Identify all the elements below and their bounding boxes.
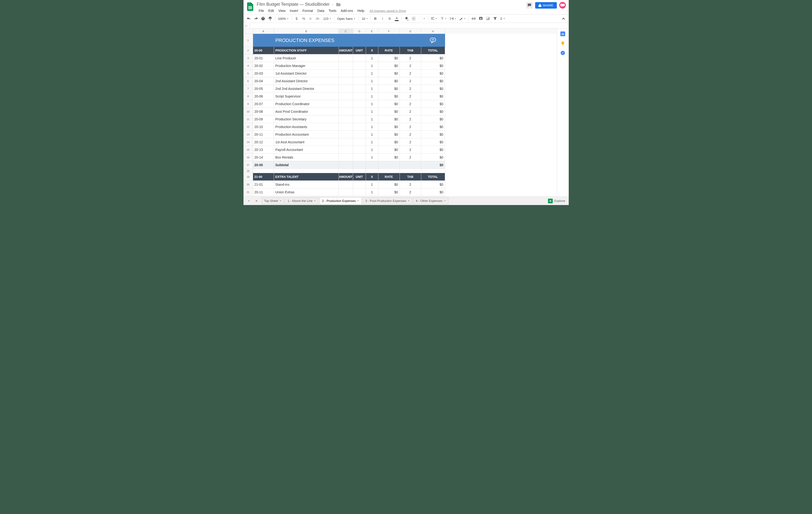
- cell[interactable]: 1: [366, 181, 378, 188]
- cell[interactable]: $0: [421, 188, 445, 196]
- doc-title[interactable]: FIlm Budget Template — StudioBinder: [257, 2, 330, 7]
- cell[interactable]: 2: [400, 108, 421, 115]
- redo-button[interactable]: [253, 15, 259, 22]
- cell[interactable]: [353, 108, 366, 115]
- cell[interactable]: Asst Prod Coordinator: [274, 108, 339, 115]
- cell[interactable]: UNIT: [353, 173, 366, 181]
- cell[interactable]: $0: [378, 138, 400, 146]
- cell[interactable]: [353, 138, 366, 146]
- menu-format[interactable]: Format: [300, 8, 315, 13]
- insert-chart-button[interactable]: [485, 15, 491, 22]
- cell[interactable]: [378, 169, 400, 173]
- row-header[interactable]: 9: [243, 100, 253, 108]
- cell[interactable]: $0: [378, 85, 400, 92]
- cell[interactable]: $0: [421, 123, 445, 131]
- cell[interactable]: [353, 181, 366, 188]
- cell[interactable]: 1st Assistant Director: [274, 70, 339, 77]
- cell[interactable]: $0: [378, 123, 400, 131]
- cell[interactable]: 1: [366, 146, 378, 154]
- sheet-tab[interactable]: Top Sheet▼: [262, 197, 284, 204]
- cell[interactable]: 1: [366, 115, 378, 123]
- cell[interactable]: 2: [400, 54, 421, 62]
- cell[interactable]: [378, 34, 400, 47]
- cell[interactable]: [366, 161, 378, 169]
- cell[interactable]: [378, 161, 400, 169]
- cell[interactable]: Subtotal: [274, 161, 339, 169]
- cell[interactable]: 1: [366, 62, 378, 70]
- cell[interactable]: [339, 181, 353, 188]
- cell[interactable]: 2: [400, 85, 421, 92]
- cell[interactable]: [353, 70, 366, 77]
- undo-button[interactable]: [245, 15, 252, 22]
- menu-tools[interactable]: Tools: [327, 8, 338, 13]
- insert-link-button[interactable]: [470, 15, 477, 22]
- cell[interactable]: 1: [366, 108, 378, 115]
- cell[interactable]: [400, 161, 421, 169]
- expand-side-panel-icon[interactable]: ›: [564, 199, 565, 202]
- col-header-f[interactable]: F: [378, 29, 400, 34]
- cell[interactable]: RATE: [378, 173, 400, 181]
- cell[interactable]: 20-06: [253, 92, 274, 100]
- cell[interactable]: Line Producer: [274, 54, 339, 62]
- cell[interactable]: [353, 123, 366, 131]
- chevron-down-icon[interactable]: ▼: [408, 200, 410, 202]
- insert-comment-button[interactable]: [477, 15, 484, 22]
- currency-button[interactable]: $: [293, 15, 300, 22]
- cell[interactable]: 2: [400, 188, 421, 196]
- cell[interactable]: Production Accountant: [274, 131, 339, 138]
- cell[interactable]: 2: [400, 138, 421, 146]
- cell[interactable]: $0: [421, 54, 445, 62]
- row-header[interactable]: 11: [243, 115, 253, 123]
- cell[interactable]: $0: [421, 108, 445, 115]
- row-header[interactable]: 20: [243, 181, 253, 188]
- cell[interactable]: Script Supervisor: [274, 92, 339, 100]
- cell[interactable]: 2: [400, 123, 421, 131]
- cell[interactable]: 1: [366, 92, 378, 100]
- cell[interactable]: Stand-ins: [274, 181, 339, 188]
- more-formats-button[interactable]: 123▼: [322, 17, 333, 21]
- cell[interactable]: 20-03: [253, 70, 274, 77]
- cell[interactable]: Union Extras: [274, 188, 339, 196]
- row-header[interactable]: 19: [243, 173, 253, 181]
- cell[interactable]: [366, 34, 378, 47]
- cell[interactable]: PRODUCTION EXPENSES: [274, 34, 339, 47]
- cell[interactable]: $0: [421, 62, 445, 70]
- cell[interactable]: 1: [366, 70, 378, 77]
- cell[interactable]: 20-08: [253, 108, 274, 115]
- cell[interactable]: 1st Asst Accountant: [274, 138, 339, 146]
- cell[interactable]: [339, 115, 353, 123]
- fill-color-button[interactable]: [403, 15, 410, 22]
- cell[interactable]: 1: [366, 123, 378, 131]
- row-header[interactable]: 13: [243, 131, 253, 138]
- cell[interactable]: [339, 62, 353, 70]
- cell[interactable]: $0: [421, 70, 445, 77]
- sheet-tab[interactable]: 2 - Production Expenses▼: [320, 197, 362, 204]
- row-header[interactable]: 8: [243, 92, 253, 100]
- cell[interactable]: RATE: [378, 47, 400, 54]
- cell[interactable]: Production Assistants: [274, 123, 339, 131]
- text-color-button[interactable]: A: [394, 15, 400, 22]
- row-header[interactable]: 1: [243, 34, 253, 47]
- cell[interactable]: [353, 85, 366, 92]
- cell[interactable]: $0: [378, 181, 400, 188]
- chevron-down-icon[interactable]: ▼: [357, 200, 359, 202]
- col-header-h[interactable]: H: [421, 29, 445, 34]
- cell[interactable]: [339, 70, 353, 77]
- move-folder-icon[interactable]: [336, 3, 341, 6]
- cell[interactable]: $0: [378, 131, 400, 138]
- col-header-c[interactable]: C: [339, 29, 353, 34]
- cell[interactable]: $0: [421, 154, 445, 161]
- cell[interactable]: 20-00: [253, 47, 274, 54]
- cell[interactable]: 1: [366, 138, 378, 146]
- cell[interactable]: TAB: [400, 47, 421, 54]
- row-header[interactable]: 3: [243, 54, 253, 62]
- cell[interactable]: $0: [378, 115, 400, 123]
- cell[interactable]: 2: [400, 146, 421, 154]
- font-select[interactable]: Open Sans▼: [336, 17, 357, 21]
- cell[interactable]: 2: [400, 62, 421, 70]
- keep-icon[interactable]: [560, 41, 565, 46]
- cell[interactable]: [274, 169, 339, 173]
- row-header[interactable]: 2: [243, 47, 253, 54]
- cell[interactable]: 20-02: [253, 62, 274, 70]
- formula-input[interactable]: [250, 23, 567, 28]
